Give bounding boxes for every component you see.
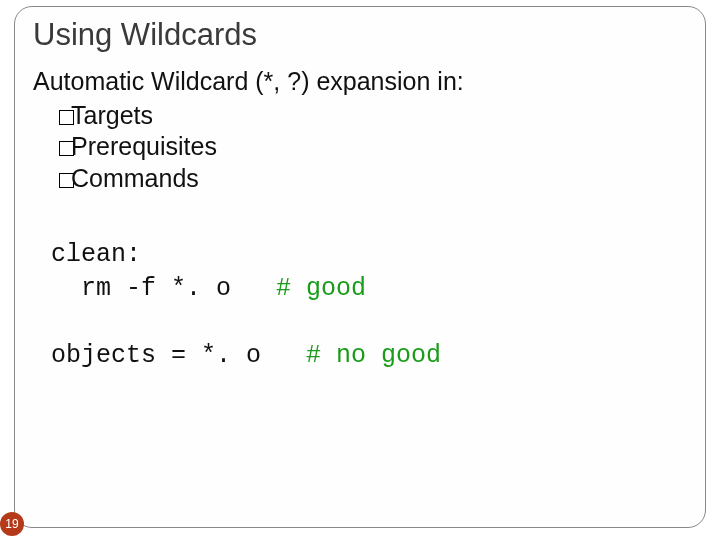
code-line: rm -f *. o # good	[51, 272, 705, 306]
code-example-2: objects = *. o # no good	[33, 305, 705, 370]
code-text: objects = *. o	[51, 341, 306, 370]
code-line: objects = *. o # no good	[51, 341, 705, 370]
intro-text: Automatic Wildcard (*, ?) expansion in:	[33, 67, 705, 96]
slide-title: Using Wildcards	[15, 7, 705, 53]
bullet-label: Prerequisites	[71, 132, 217, 160]
slide-body: Automatic Wildcard (*, ?) expansion in: …	[15, 53, 705, 370]
code-example-1: clean: rm -f *. o # good	[33, 194, 705, 306]
code-comment: # good	[276, 274, 366, 303]
slide-frame: Using Wildcards Automatic Wildcard (*, ?…	[14, 6, 706, 528]
bullet-label: Targets	[71, 101, 153, 129]
page-number-badge: 19	[0, 512, 24, 536]
list-item: Prerequisites	[59, 131, 705, 162]
bullet-list: Targets Prerequisites Commands	[33, 96, 705, 194]
code-comment: # no good	[306, 341, 441, 370]
list-item: Targets	[59, 100, 705, 131]
code-text: rm -f *. o	[51, 274, 276, 303]
list-item: Commands	[59, 163, 705, 194]
code-line: clean:	[51, 238, 705, 272]
bullet-label: Commands	[71, 164, 199, 192]
